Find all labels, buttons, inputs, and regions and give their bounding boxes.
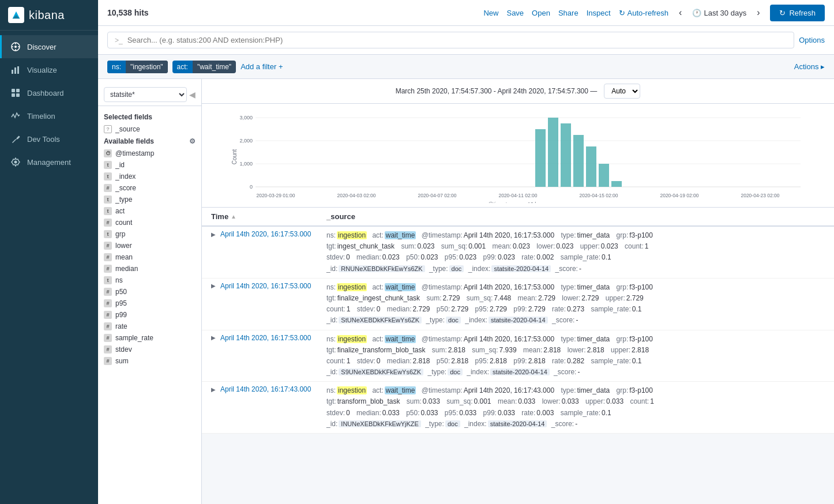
prev-arrow-button[interactable]: ‹: [677, 7, 684, 18]
sidebar-item-visualize-label: Visualize: [27, 66, 57, 74]
histogram-area: Count 3,000 2,000 1,000 0: [202, 104, 834, 208]
content-area: statsite* ◀ Selected fields ? _source Av…: [98, 79, 834, 504]
wrench-icon: [10, 133, 21, 145]
field-item-index[interactable]: t _index: [98, 171, 201, 182]
svg-text:0: 0: [250, 184, 253, 190]
save-button[interactable]: Save: [506, 9, 524, 17]
search-input[interactable]: [127, 36, 787, 44]
filter-ns-pill[interactable]: ns: "ingestion": [107, 61, 168, 73]
selected-fields-title: Selected fields: [98, 111, 201, 123]
field-item-lower[interactable]: # lower: [98, 240, 201, 251]
sort-icon-time: ▲: [231, 213, 236, 220]
field-item-source[interactable]: ? _source: [98, 123, 201, 135]
open-button[interactable]: Open: [532, 9, 550, 17]
log-row-main-3[interactable]: ▶ April 14th 2020, 16:17:53.000 ns:inges…: [202, 330, 834, 382]
histogram-chart: Count 3,000 2,000 1,000 0: [211, 111, 825, 203]
svg-text:2020-04-19 02:00: 2020-04-19 02:00: [660, 193, 698, 198]
new-button[interactable]: New: [483, 9, 498, 17]
log-source-2: ns:ingestion act:wait_time @timestamp:Ap…: [326, 282, 825, 326]
field-name-source: _source: [115, 125, 140, 133]
table-area: Time ▲ _source ▶ April 14th 2020, 16:17:…: [202, 208, 834, 434]
field-item-stdev[interactable]: # stdev: [98, 344, 201, 355]
log-row-main-4[interactable]: ▶ April 14th 2020, 16:17:43.000 ns:inges…: [202, 382, 834, 433]
field-item-ns[interactable]: t ns: [98, 274, 201, 286]
left-panel: statsite* ◀ Selected fields ? _source Av…: [98, 79, 202, 504]
refresh-button[interactable]: ↻ Refresh: [770, 5, 825, 21]
time-range-button[interactable]: 🕐 Last 30 days: [692, 9, 746, 17]
field-name-sum: sum: [115, 357, 129, 365]
options-button[interactable]: Options: [799, 36, 825, 44]
expand-btn-3[interactable]: ▶: [211, 334, 216, 341]
field-item-type[interactable]: t _type: [98, 194, 201, 205]
field-item-id[interactable]: t _id: [98, 159, 201, 171]
field-item-p99[interactable]: # p99: [98, 309, 201, 321]
svg-rect-7: [14, 67, 16, 74]
field-item-timestamp[interactable]: ⏱ @timestamp: [98, 148, 201, 159]
field-name-p99: p99: [115, 311, 127, 319]
field-item-grp[interactable]: t grp: [98, 228, 201, 240]
field-item-p95[interactable]: # p95: [98, 298, 201, 309]
field-name-score: _score: [115, 184, 136, 192]
filterbar: ns: "ingestion" act: "wait_time" Add a f…: [98, 55, 834, 79]
sidebar-item-visualize[interactable]: Visualize: [0, 58, 98, 81]
field-type-badge-sample-rate: #: [104, 334, 112, 342]
index-arrow-button[interactable]: ◀: [189, 90, 196, 99]
next-arrow-button[interactable]: ›: [754, 7, 762, 18]
expand-btn-4[interactable]: ▶: [211, 386, 216, 393]
field-name-stdev: stdev: [115, 345, 132, 353]
field-type-badge-p50: #: [104, 288, 112, 296]
field-item-median[interactable]: # median: [98, 263, 201, 274]
sidebar-nav: Discover Visualize Dashboard Timelion De…: [0, 31, 98, 504]
filter-act-key: act:: [172, 61, 193, 73]
expand-btn-1[interactable]: ▶: [211, 231, 216, 238]
sidebar-logo: kibana: [0, 0, 98, 31]
field-item-score[interactable]: # _score: [98, 182, 201, 194]
field-item-rate[interactable]: # rate: [98, 321, 201, 332]
sidebar-item-management[interactable]: Management: [0, 151, 98, 174]
topbar: 10,538 hits New Save Open Share Inspect …: [98, 0, 834, 26]
auto-select-dropdown[interactable]: Auto: [604, 84, 640, 99]
sidebar-item-discover[interactable]: Discover: [0, 35, 98, 58]
field-type-badge-grp: t: [104, 230, 112, 238]
log-row-main-2[interactable]: ▶ April 14th 2020, 16:17:53.000 ns:inges…: [202, 279, 834, 330]
svg-rect-11: [12, 93, 15, 97]
field-item-mean[interactable]: # mean: [98, 251, 201, 263]
sidebar-item-dashboard[interactable]: Dashboard: [0, 81, 98, 104]
field-type-badge-median: #: [104, 265, 112, 273]
field-name-type: _type: [115, 195, 132, 204]
field-name-sample-rate: sample_rate: [115, 334, 153, 342]
svg-text:@timestamp per 12 hours: @timestamp per 12 hours: [488, 201, 548, 203]
auto-refresh-button[interactable]: ↻ Auto-refresh: [619, 9, 669, 17]
field-name-lower: lower: [115, 242, 132, 250]
field-item-act[interactable]: t act: [98, 205, 201, 217]
gear-icon[interactable]: ⚙: [189, 137, 196, 145]
sidebar-item-discover-label: Discover: [27, 43, 57, 51]
field-item-sample-rate[interactable]: # sample_rate: [98, 332, 201, 344]
inspect-button[interactable]: Inspect: [587, 9, 611, 17]
wave-icon: [10, 110, 21, 122]
svg-text:2020-03-29 01:00: 2020-03-29 01:00: [256, 193, 295, 198]
svg-rect-22: [535, 129, 546, 187]
sidebar-item-timelion[interactable]: Timelion: [0, 104, 98, 127]
gear-nav-icon: [10, 156, 21, 168]
filter-ns-key: ns:: [107, 61, 126, 73]
field-item-sum[interactable]: # sum: [98, 355, 201, 367]
svg-rect-24: [561, 123, 571, 187]
share-button[interactable]: Share: [558, 9, 578, 17]
index-select-dropdown[interactable]: statsite*: [104, 87, 187, 102]
sidebar-item-devtools[interactable]: Dev Tools: [0, 127, 98, 151]
expand-btn-2[interactable]: ▶: [211, 283, 216, 289]
log-time-3: ▶ April 14th 2020, 16:17:53.000: [211, 334, 326, 342]
actions-button[interactable]: Actions ▸: [794, 62, 825, 71]
log-row-main-1[interactable]: ▶ April 14th 2020, 16:17:53.000 ns:inges…: [202, 227, 834, 278]
field-item-count[interactable]: # count: [98, 217, 201, 228]
svg-text:1,000: 1,000: [239, 161, 253, 167]
field-name-mean: mean: [115, 253, 133, 261]
add-filter-button[interactable]: Add a filter +: [241, 62, 283, 71]
clock-icon: 🕐: [692, 9, 701, 17]
filter-act-pill[interactable]: act: "wait_time": [172, 61, 236, 73]
svg-text:2020-04-15 02:00: 2020-04-15 02:00: [579, 193, 618, 198]
field-type-badge-mean: #: [104, 253, 112, 261]
field-item-p50[interactable]: # p50: [98, 286, 201, 298]
field-name-p95: p95: [115, 299, 127, 307]
